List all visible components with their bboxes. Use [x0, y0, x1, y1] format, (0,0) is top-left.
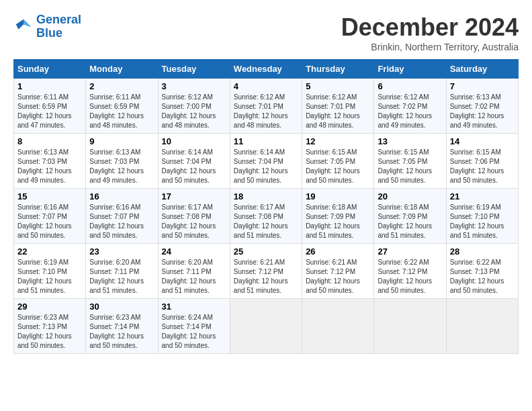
day-info: Sunrise: 6:21 AMSunset: 7:12 PMDaylight:… [306, 258, 370, 295]
day-info: Sunrise: 6:15 AMSunset: 7:06 PMDaylight:… [450, 148, 515, 185]
calendar-cell: 23 Sunrise: 6:20 AMSunset: 7:11 PMDaylig… [86, 244, 158, 299]
calendar-cell: 5 Sunrise: 6:12 AMSunset: 7:01 PMDayligh… [302, 79, 374, 134]
calendar-cell: 22 Sunrise: 6:19 AMSunset: 7:10 PMDaylig… [14, 244, 86, 299]
calendar-cell [374, 299, 446, 354]
day-number: 19 [306, 191, 370, 201]
calendar-cell: 14 Sunrise: 6:15 AMSunset: 7:06 PMDaylig… [446, 134, 518, 189]
day-number: 23 [89, 246, 154, 257]
calendar-cell: 24 Sunrise: 6:20 AMSunset: 7:11 PMDaylig… [158, 244, 230, 299]
logo: General Blue [13, 13, 81, 40]
day-info: Sunrise: 6:17 AMSunset: 7:08 PMDaylight:… [234, 203, 298, 240]
day-info: Sunrise: 6:13 AMSunset: 7:03 PMDaylight:… [89, 148, 154, 185]
day-info: Sunrise: 6:20 AMSunset: 7:11 PMDaylight:… [89, 258, 154, 295]
calendar-cell: 2 Sunrise: 6:11 AMSunset: 6:59 PMDayligh… [86, 79, 158, 134]
calendar-cell: 7 Sunrise: 6:13 AMSunset: 7:02 PMDayligh… [446, 79, 518, 134]
day-number: 25 [234, 246, 298, 257]
day-info: Sunrise: 6:12 AMSunset: 7:01 PMDaylight:… [306, 93, 370, 130]
day-number: 7 [450, 81, 515, 91]
day-info: Sunrise: 6:16 AMSunset: 7:07 PMDaylight:… [89, 203, 154, 240]
calendar-cell: 31 Sunrise: 6:24 AMSunset: 7:14 PMDaylig… [158, 299, 230, 354]
day-number: 9 [89, 136, 154, 146]
day-number: 26 [306, 246, 370, 257]
day-number: 3 [162, 81, 226, 91]
calendar-cell: 4 Sunrise: 6:12 AMSunset: 7:01 PMDayligh… [230, 79, 302, 134]
calendar-cell: 16 Sunrise: 6:16 AMSunset: 7:07 PMDaylig… [86, 189, 158, 244]
day-number: 10 [162, 136, 226, 146]
calendar-cell: 20 Sunrise: 6:18 AMSunset: 7:09 PMDaylig… [374, 189, 446, 244]
calendar-cell: 6 Sunrise: 6:12 AMSunset: 7:02 PMDayligh… [374, 79, 446, 134]
day-info: Sunrise: 6:19 AMSunset: 7:10 PMDaylight:… [450, 203, 515, 240]
day-number: 1 [17, 81, 82, 91]
day-info: Sunrise: 6:18 AMSunset: 7:09 PMDaylight:… [306, 203, 370, 240]
day-info: Sunrise: 6:12 AMSunset: 7:00 PMDaylight:… [162, 93, 226, 130]
col-header-sunday: Sunday [14, 60, 86, 79]
calendar-cell: 29 Sunrise: 6:23 AMSunset: 7:13 PMDaylig… [14, 299, 86, 354]
calendar-cell: 18 Sunrise: 6:17 AMSunset: 7:08 PMDaylig… [230, 189, 302, 244]
col-header-saturday: Saturday [446, 60, 518, 79]
day-number: 14 [450, 136, 515, 146]
calendar-cell [446, 299, 518, 354]
day-info: Sunrise: 6:14 AMSunset: 7:04 PMDaylight:… [234, 148, 298, 185]
day-number: 4 [234, 81, 298, 91]
calendar-cell: 27 Sunrise: 6:22 AMSunset: 7:12 PMDaylig… [374, 244, 446, 299]
col-header-tuesday: Tuesday [158, 60, 230, 79]
month-title: December 2024 [341, 13, 519, 42]
day-number: 6 [378, 81, 442, 91]
day-info: Sunrise: 6:13 AMSunset: 7:02 PMDaylight:… [450, 93, 515, 130]
day-info: Sunrise: 6:24 AMSunset: 7:14 PMDaylight:… [162, 313, 226, 351]
day-info: Sunrise: 6:12 AMSunset: 7:01 PMDaylight:… [234, 93, 298, 130]
col-header-wednesday: Wednesday [230, 60, 302, 79]
day-info: Sunrise: 6:21 AMSunset: 7:12 PMDaylight:… [234, 258, 298, 295]
day-number: 27 [378, 246, 442, 257]
day-info: Sunrise: 6:17 AMSunset: 7:08 PMDaylight:… [162, 203, 226, 240]
day-number: 13 [378, 136, 442, 146]
day-number: 8 [17, 136, 82, 146]
col-header-monday: Monday [86, 60, 158, 79]
calendar-cell [302, 299, 374, 354]
logo-line2: Blue [36, 26, 62, 40]
calendar-cell: 19 Sunrise: 6:18 AMSunset: 7:09 PMDaylig… [302, 189, 374, 244]
calendar-cell: 11 Sunrise: 6:14 AMSunset: 7:04 PMDaylig… [230, 134, 302, 189]
day-info: Sunrise: 6:19 AMSunset: 7:10 PMDaylight:… [17, 258, 82, 295]
calendar-cell: 17 Sunrise: 6:17 AMSunset: 7:08 PMDaylig… [158, 189, 230, 244]
header: General Blue December 2024 Brinkin, Nort… [13, 13, 519, 52]
day-info: Sunrise: 6:15 AMSunset: 7:05 PMDaylight:… [306, 148, 370, 185]
day-info: Sunrise: 6:18 AMSunset: 7:09 PMDaylight:… [378, 203, 442, 240]
day-number: 17 [162, 191, 226, 201]
day-info: Sunrise: 6:11 AMSunset: 6:59 PMDaylight:… [89, 93, 154, 130]
day-number: 24 [162, 246, 226, 257]
calendar-cell: 28 Sunrise: 6:22 AMSunset: 7:13 PMDaylig… [446, 244, 518, 299]
calendar-cell [230, 299, 302, 354]
col-header-friday: Friday [374, 60, 446, 79]
col-header-thursday: Thursday [302, 60, 374, 79]
calendar-cell: 1 Sunrise: 6:11 AMSunset: 6:59 PMDayligh… [14, 79, 86, 134]
day-number: 21 [450, 191, 515, 201]
day-number: 15 [17, 191, 82, 201]
svg-marker-1 [24, 19, 31, 27]
logo-line1: General [36, 13, 81, 26]
day-number: 5 [306, 81, 370, 91]
calendar-table: SundayMondayTuesdayWednesdayThursdayFrid… [13, 59, 519, 354]
calendar-cell: 9 Sunrise: 6:13 AMSunset: 7:03 PMDayligh… [86, 134, 158, 189]
day-info: Sunrise: 6:22 AMSunset: 7:12 PMDaylight:… [378, 258, 442, 295]
day-number: 30 [89, 302, 154, 312]
day-number: 12 [306, 136, 370, 146]
logo-text: General Blue [36, 13, 81, 40]
day-number: 20 [378, 191, 442, 201]
calendar-cell: 3 Sunrise: 6:12 AMSunset: 7:00 PMDayligh… [158, 79, 230, 134]
day-number: 16 [89, 191, 154, 201]
day-info: Sunrise: 6:11 AMSunset: 6:59 PMDaylight:… [17, 93, 82, 130]
calendar-cell: 26 Sunrise: 6:21 AMSunset: 7:12 PMDaylig… [302, 244, 374, 299]
day-number: 11 [234, 136, 298, 146]
calendar-cell: 25 Sunrise: 6:21 AMSunset: 7:12 PMDaylig… [230, 244, 302, 299]
title-area: December 2024 Brinkin, Northern Territor… [341, 13, 519, 52]
day-info: Sunrise: 6:23 AMSunset: 7:13 PMDaylight:… [17, 313, 82, 351]
calendar-cell: 30 Sunrise: 6:23 AMSunset: 7:14 PMDaylig… [86, 299, 158, 354]
calendar-cell: 8 Sunrise: 6:13 AMSunset: 7:03 PMDayligh… [14, 134, 86, 189]
day-info: Sunrise: 6:16 AMSunset: 7:07 PMDaylight:… [17, 203, 82, 240]
day-number: 31 [162, 302, 226, 312]
day-number: 29 [17, 302, 82, 312]
day-info: Sunrise: 6:14 AMSunset: 7:04 PMDaylight:… [162, 148, 226, 185]
day-number: 2 [89, 81, 154, 91]
day-info: Sunrise: 6:20 AMSunset: 7:11 PMDaylight:… [162, 258, 226, 295]
